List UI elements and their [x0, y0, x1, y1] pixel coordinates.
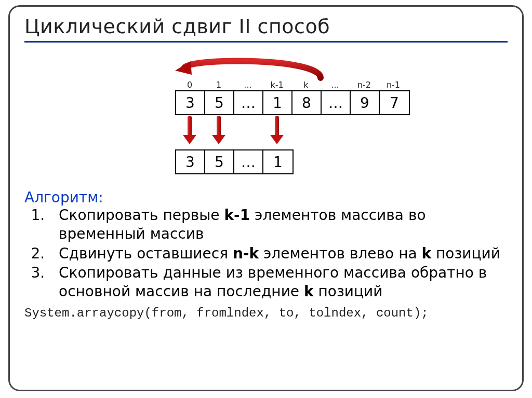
index-label: 0: [175, 80, 204, 90]
code-line: System.arraycopy(from, fromlndex, to, to…: [24, 306, 508, 320]
source-array: 3 5 … 1 8 … 9 7: [175, 90, 410, 115]
algorithm-heading: Алгоритм:: [24, 189, 508, 206]
array-cell: 5: [205, 91, 234, 114]
step-bold: n-k: [233, 245, 259, 262]
step-bold: k: [422, 245, 432, 262]
step-text: Скопировать данные из временного массива…: [59, 264, 487, 300]
step-bold: k-1: [224, 207, 250, 224]
array-cell: 3: [176, 91, 205, 114]
svg-marker-0: [175, 61, 192, 75]
index-label: n-1: [379, 80, 408, 90]
step-text: позиций: [314, 283, 383, 300]
index-label: 1: [204, 80, 233, 90]
index-label: ...: [321, 80, 350, 90]
slide-frame: Циклический сдвиг II способ 0 1 ... k-1 …: [8, 5, 524, 391]
array-cell: 8: [292, 91, 322, 114]
array-cell: 1: [263, 91, 292, 114]
temp-array: 3 5 … 1: [175, 149, 294, 174]
index-row: 0 1 ... k-1 k ... n-2 n-1: [175, 80, 408, 90]
step-item: Скопировать данные из временного массива…: [49, 264, 508, 301]
step-text: позиций: [431, 245, 500, 262]
diagram: 0 1 ... k-1 k ... n-2 n-1 3 5 … 1 8 … 9 …: [24, 48, 508, 188]
step-item: Сдвинуть оставшиеся n-k элементов влево …: [49, 244, 508, 263]
algorithm-steps: Скопировать первые k-1 элементов массива…: [24, 206, 508, 301]
array-cell: 7: [380, 91, 409, 114]
array-cell: 1: [263, 150, 292, 173]
index-label: k-1: [262, 80, 291, 90]
index-label: k: [291, 80, 321, 90]
array-cell: …: [322, 91, 351, 114]
step-text: Скопировать первые: [59, 207, 224, 224]
step-item: Скопировать первые k-1 элементов массива…: [49, 206, 508, 243]
index-label: ...: [233, 80, 262, 90]
step-bold: k: [304, 283, 314, 300]
step-text: Сдвинуть оставшиеся: [59, 245, 233, 262]
step-text: элементов влево на: [259, 245, 421, 262]
array-cell: …: [234, 150, 263, 173]
array-cell: …: [234, 91, 263, 114]
array-cell: 3: [176, 150, 205, 173]
slide-title: Циклический сдвиг II способ: [24, 15, 508, 43]
array-cell: 9: [351, 91, 380, 114]
array-cell: 5: [205, 150, 234, 173]
index-label: n-2: [350, 80, 379, 90]
curved-arrow-icon: [165, 51, 336, 82]
